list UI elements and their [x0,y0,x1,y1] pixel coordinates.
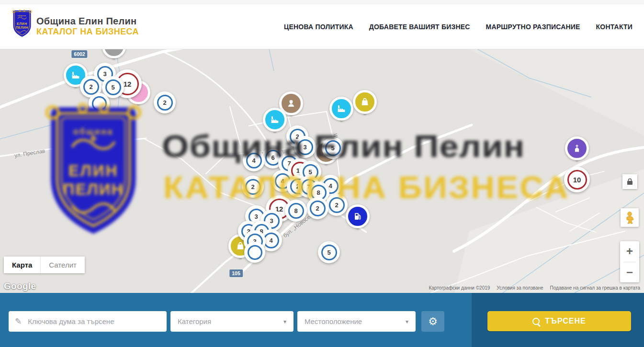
cluster-marker[interactable] [89,93,110,114]
cluster-count: 2 [157,95,173,111]
cluster-count: 2 [83,79,99,95]
cluster-marker[interactable]: 2 [326,194,348,216]
brand-block[interactable]: Община Елин Пелин КАТАЛОГ НА БИЗНЕСА [36,16,139,37]
fuel-icon [346,204,370,228]
zoom-out-button[interactable]: − [620,262,639,283]
cluster-marker[interactable] [244,242,265,263]
category-dropdown-value: Категория [178,317,211,325]
map-attribution: Картографски данни ©2019 Условия за полз… [429,285,640,291]
church-icon [565,136,589,160]
site-subtitle: КАТАЛОГ НА БИЗНЕСА [36,27,139,37]
cluster-marker[interactable]: 2 [154,91,176,113]
lock-icon [627,178,633,185]
nav-item-add-business[interactable]: ДОБАВЕТЕ ВАШИЯТ БИЗНЕС [369,23,470,31]
cluster-count: 3 [297,139,313,155]
shopping-bag-icon [353,90,377,114]
gear-icon: ⚙ [428,315,438,328]
crest-org-text: община [18,15,26,17]
streetview-lock-button[interactable] [622,174,637,189]
markers-layer: 31225223564713510442278221283338435 [0,49,644,293]
pegman-icon [625,212,634,224]
factory-icon [263,108,287,132]
map-pin-factory-icon[interactable] [263,108,287,132]
crest-name-line2: ПЕЛИН [16,26,28,29]
zoom-in-button[interactable]: + [620,241,639,262]
map-canvas[interactable]: 6002105ул. Преславбул. „Новоселци3122522… [0,49,644,293]
cluster-count: 2 [310,201,326,216]
cluster-count: 5 [325,140,341,156]
pin-circle [102,49,126,58]
cluster-count: 5 [321,245,337,260]
location-dropdown[interactable]: Местоположение ▾ [297,311,416,332]
main-nav: ЦЕНОВА ПОЛИТИКА ДОБАВЕТЕ ВАШИЯТ БИЗНЕС М… [284,4,633,49]
cluster-marker[interactable]: 8 [285,200,307,222]
header: община ЕЛИН ПЕЛИН Община Елин Пелин КАТА… [0,0,644,49]
crest-name-line1: ЕЛИН [17,22,27,25]
chevron-down-icon: ▾ [283,318,286,325]
map-pin[interactable] [102,49,126,58]
page: 6002105ул. Преславбул. „Новоселци3122522… [0,0,644,347]
keyword-input[interactable] [27,317,160,326]
cluster-count: 8 [288,203,304,219]
attribution-copyright: Картографски данни ©2019 [429,285,490,291]
pegman-button[interactable] [621,208,639,227]
google-logo[interactable]: Google [4,281,36,291]
pencil-icon: ✎ [15,316,22,326]
cluster-marker[interactable]: 5 [322,137,344,159]
map-pin-factory-icon[interactable] [329,97,353,121]
search-bar: ✎ Категория ▾ Местоположение ▾ ⚙ ТЪРСЕНЕ [0,293,644,347]
search-icon [532,318,540,325]
nav-item-pricing[interactable]: ЦЕНОВА ПОЛИТИКА [284,23,353,31]
cluster-marker[interactable]: 5 [318,241,340,263]
attribution-terms-link[interactable]: Условия за ползване [497,285,543,291]
cluster-marker[interactable]: 2 [242,176,264,198]
cluster-marker[interactable]: 2 [306,197,328,219]
cluster-count: 4 [246,153,262,168]
cluster-count: 2 [245,179,261,195]
cluster-count [248,245,262,260]
cluster-marker[interactable]: 4 [243,149,265,171]
chevron-down-icon: ▾ [406,318,408,325]
map-pin-church-icon[interactable] [565,136,589,160]
zoom-control: + − [620,241,639,282]
advanced-settings-button[interactable]: ⚙ [421,311,444,332]
search-button[interactable]: ТЪРСЕНЕ [487,311,631,331]
cluster-count: 10 [567,170,587,190]
map-type-map-button[interactable]: Карта [4,257,40,273]
cluster-marker[interactable]: 3 [294,136,316,158]
attribution-report-link[interactable]: Подаване на сигнал за грешка в картата [550,285,640,291]
cluster-count: 5 [105,79,121,95]
nav-item-route-schedule[interactable]: МАРШРУТНО РАЗПИСАНИЕ [486,23,580,31]
category-dropdown[interactable]: Категория ▾ [170,311,294,332]
cluster-count [92,96,107,111]
site-title: Община Елин Пелин [36,16,139,27]
nav-item-contacts[interactable]: КОНТАКТИ [596,23,633,31]
map-pin-shopping-bag-icon[interactable] [353,90,377,114]
map-pin-fuel-icon[interactable] [346,204,370,228]
cluster-marker[interactable]: 10 [564,167,590,192]
factory-icon [329,97,353,121]
map-type-satellite-button[interactable]: Сателит [40,257,85,273]
cluster-count: 2 [329,197,345,213]
map-type-control: Карта Сателит [4,257,85,273]
location-dropdown-value: Местоположение [305,317,362,325]
keyword-search-field[interactable]: ✎ [9,311,167,332]
site-logo[interactable]: община ЕЛИН ПЕЛИН [11,9,33,39]
search-button-label: ТЪРСЕНЕ [545,317,586,325]
